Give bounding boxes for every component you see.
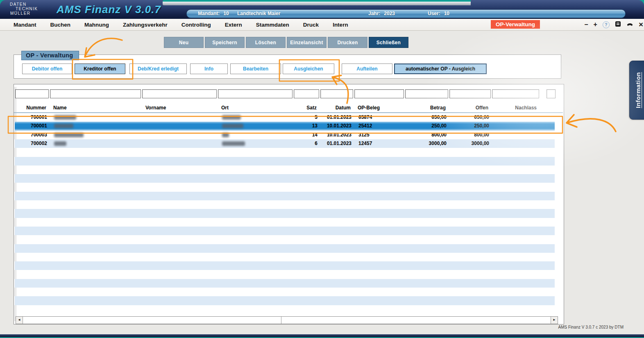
information-side-tab[interactable]: Information bbox=[629, 61, 644, 120]
filter-input-name[interactable] bbox=[50, 89, 141, 98]
filter-input-datum[interactable] bbox=[320, 89, 353, 98]
column-header-nachlass: Nachlass bbox=[492, 104, 539, 111]
filter-input-satz[interactable] bbox=[294, 89, 319, 98]
table-row-empty[interactable] bbox=[15, 244, 555, 253]
menu-item-mandant[interactable]: Mandant bbox=[9, 22, 41, 28]
active-module-badge: OP-Verwaltung bbox=[491, 20, 540, 29]
toolbar-button-schließen[interactable]: Schließen bbox=[369, 37, 408, 48]
redacted-ort bbox=[222, 115, 241, 120]
table-row-empty[interactable] bbox=[15, 200, 555, 209]
menu-item-intern[interactable]: Intern bbox=[328, 22, 353, 28]
cell-beleg: 3125 bbox=[355, 131, 405, 139]
table-row-empty[interactable] bbox=[15, 261, 555, 270]
column-header-offen: Offen bbox=[449, 104, 491, 111]
toolbar-button-neu[interactable]: Neu bbox=[164, 37, 204, 48]
column-header-datum: Datum bbox=[320, 104, 353, 111]
op-table-panel: NummerNameVornameOrtSatzDatumOP-BelegBet… bbox=[14, 84, 564, 324]
minimize-icon[interactable]: − bbox=[584, 21, 588, 28]
table-row-empty[interactable] bbox=[15, 218, 555, 227]
toolbar-button-drucken[interactable]: Drucken bbox=[328, 37, 367, 48]
table-row-empty[interactable] bbox=[15, 174, 555, 183]
app-title: AMS Finanz V 3.0.7 bbox=[57, 3, 161, 16]
menu-item-mahnung[interactable]: Mahnung bbox=[79, 22, 114, 28]
horizontal-scrollbar[interactable]: ◄ ► bbox=[16, 316, 558, 324]
cell-offen: 650,00 bbox=[450, 113, 492, 122]
cell-nummer: 700002 bbox=[16, 139, 50, 148]
close-icon[interactable]: × bbox=[639, 21, 643, 28]
menu-item-stammdaten[interactable]: Stammdaten bbox=[251, 22, 294, 28]
table-row-empty[interactable] bbox=[15, 192, 555, 200]
menu-item-extern[interactable]: Extern bbox=[220, 22, 247, 28]
table-row-empty[interactable] bbox=[15, 279, 555, 288]
cell-betrag: 3000,00 bbox=[406, 139, 449, 148]
filter-input-nummer[interactable] bbox=[15, 89, 49, 98]
app-header: DATEN TECHNIK MÜLLER AMS Finanz V 3.0.7 … bbox=[0, 0, 644, 19]
table-row-empty[interactable] bbox=[15, 253, 555, 261]
column-header-name: Name bbox=[50, 104, 141, 111]
filter-input-betrag[interactable] bbox=[405, 89, 448, 98]
table-row-empty[interactable] bbox=[15, 235, 555, 244]
menu-item-controlling[interactable]: Controlling bbox=[177, 22, 216, 28]
annotation-arrow-selected-row bbox=[567, 115, 616, 132]
toolbar-button-speichern[interactable]: Speichern bbox=[205, 37, 245, 48]
column-header-satz: Satz bbox=[294, 104, 319, 111]
company-name: Landtechnik Maier bbox=[237, 11, 280, 16]
jahr-info: Jahr:2023 bbox=[368, 11, 395, 16]
maximize-icon[interactable]: + bbox=[594, 21, 597, 28]
header-gray-strip bbox=[163, 2, 471, 5]
table-row-empty[interactable] bbox=[15, 166, 555, 174]
notes-icon[interactable] bbox=[615, 21, 621, 28]
table-row[interactable]: 7000011310.01.202325412250,00250,00 bbox=[15, 122, 555, 130]
filter-input-offen[interactable] bbox=[449, 89, 491, 98]
filter-button-automatischer-op-ausgleich[interactable]: automatischer OP - Ausgleich bbox=[394, 64, 487, 74]
information-side-tab-label: Information bbox=[635, 72, 642, 108]
table-row[interactable]: 7000031410.01.20233125800,00800,00 bbox=[15, 131, 555, 139]
cell-nummer: 700001 bbox=[16, 113, 50, 122]
table-row[interactable]: 700002601.01.2023124573000,003000,00 bbox=[15, 139, 555, 148]
redacted-ort bbox=[222, 133, 229, 137]
session-info-bar: Mandant:10 Landtechnik Maier Jahr:2023 U… bbox=[186, 9, 626, 18]
filter-input-extra[interactable] bbox=[546, 89, 556, 98]
menu-item-druck[interactable]: Druck bbox=[298, 22, 324, 28]
table-row-empty[interactable] bbox=[15, 288, 555, 296]
scroll-left-icon[interactable]: ◄ bbox=[16, 317, 23, 324]
company-logo: DATEN TECHNIK MÜLLER bbox=[10, 2, 38, 16]
column-header-nummer: Nummer bbox=[15, 104, 49, 111]
help-icon[interactable]: ? bbox=[603, 21, 610, 28]
footer-credit: AMS Finanz V 3.0.7 c 2023 by DTM bbox=[558, 325, 624, 329]
cell-offen: 250,00 bbox=[450, 122, 492, 130]
filter-input-vorname[interactable] bbox=[142, 89, 217, 98]
scrollbar-thumb[interactable] bbox=[23, 317, 281, 324]
toolbar-button-löschen[interactable]: Löschen bbox=[246, 37, 286, 48]
table-row-empty[interactable] bbox=[15, 305, 555, 314]
toolbar-button-einzelansicht[interactable]: Einzelansicht bbox=[287, 37, 327, 48]
filter-button-deb-kred-erledigt[interactable]: Deb/Kred erledigt bbox=[129, 64, 187, 74]
filter-button-debitor-offen[interactable]: Debitor offen bbox=[22, 64, 72, 74]
table-row-empty[interactable] bbox=[15, 296, 555, 305]
table-row-empty[interactable] bbox=[15, 227, 555, 235]
cell-betrag: 800,00 bbox=[406, 131, 449, 139]
cell-datum: 01.01.2023 bbox=[321, 113, 354, 122]
table-row[interactable]: 700001501.01.202365874650,00650,00 bbox=[15, 113, 555, 122]
table-row-empty[interactable] bbox=[15, 270, 555, 279]
table-row-empty[interactable] bbox=[15, 209, 555, 218]
main-toolbar: NeuSpeichernLöschenEinzelansichtDruckenS… bbox=[164, 37, 410, 48]
filter-input-nachlass[interactable] bbox=[492, 89, 539, 98]
table-row-empty[interactable] bbox=[15, 183, 555, 191]
filter-button-aufteilen[interactable]: Aufteilen bbox=[342, 64, 392, 74]
scroll-right-icon[interactable]: ► bbox=[551, 317, 558, 324]
filter-input-ort[interactable] bbox=[218, 89, 293, 98]
table-row-empty[interactable] bbox=[15, 148, 555, 157]
filter-button-bearbeiten[interactable]: Bearbeiten bbox=[230, 64, 281, 74]
cell-datum: 01.01.2023 bbox=[321, 139, 354, 148]
filter-button-kreditor-offen[interactable]: Kreditor offen bbox=[75, 64, 125, 74]
phone-icon[interactable] bbox=[626, 21, 633, 28]
cell-offen: 800,00 bbox=[450, 131, 492, 139]
filter-button-info[interactable]: Info bbox=[190, 64, 228, 74]
filter-input-op-beleg[interactable] bbox=[354, 89, 404, 98]
menu-item-zahlungsverkehr[interactable]: Zahlungsverkehr bbox=[118, 22, 172, 28]
cell-beleg: 25412 bbox=[355, 122, 405, 130]
filter-button-ausgleichen[interactable]: Ausgleichen bbox=[283, 64, 334, 74]
menu-item-buchen[interactable]: Buchen bbox=[45, 22, 76, 28]
table-row-empty[interactable] bbox=[15, 157, 555, 166]
